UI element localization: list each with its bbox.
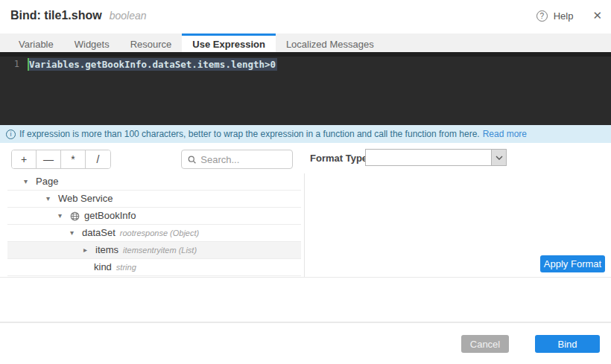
tree-node-web-service[interactable]: ▾ Web Service bbox=[7, 191, 301, 208]
tree-node-getbookinfo[interactable]: ▾ getBookInfo bbox=[7, 208, 301, 225]
format-type-select[interactable] bbox=[365, 149, 507, 166]
caret-down-icon[interactable]: ▾ bbox=[46, 191, 58, 207]
info-bar: i If expression is more than 100 charact… bbox=[0, 125, 611, 143]
page-title: Bind: tile1.show bbox=[10, 9, 102, 22]
search-icon bbox=[188, 155, 196, 165]
tab-bar: Variable Widgets Resource Use Expression… bbox=[0, 33, 611, 52]
line-number: 1 bbox=[0, 58, 19, 71]
tree-node-dataset[interactable]: ▾ dataSet rootresponse (Object) bbox=[7, 225, 301, 242]
operator-button-group: + — * / bbox=[11, 150, 111, 169]
tab-localized-messages[interactable]: Localized Messages bbox=[276, 33, 384, 52]
help-link[interactable]: Help bbox=[554, 10, 574, 22]
cancel-button[interactable]: Cancel bbox=[461, 335, 509, 353]
caret-right-icon[interactable]: ▸ bbox=[83, 242, 95, 258]
caret-down-icon[interactable]: ▾ bbox=[70, 225, 82, 241]
tree-node-kind[interactable]: kind string bbox=[7, 259, 301, 276]
info-icon: i bbox=[6, 130, 16, 139]
variable-tree: ▾ Page ▾ Web Service ▾ getBookInfo bbox=[7, 173, 301, 276]
tree-search-box bbox=[181, 150, 293, 169]
read-more-link[interactable]: Read more bbox=[483, 129, 527, 139]
multiply-operator-button[interactable]: * bbox=[61, 150, 86, 168]
expression-code[interactable]: Variables.getBookInfo.dataSet.items.leng… bbox=[28, 58, 277, 71]
tree-node-items[interactable]: ▸ items itemsentryitem (List) bbox=[7, 242, 301, 259]
apply-format-button[interactable]: Apply Format bbox=[540, 255, 605, 272]
tab-resource[interactable]: Resource bbox=[120, 33, 183, 52]
chevron-down-icon[interactable] bbox=[491, 150, 506, 165]
tab-use-expression[interactable]: Use Expression bbox=[182, 33, 276, 52]
tab-variable[interactable]: Variable bbox=[8, 33, 64, 52]
bind-button[interactable]: Bind bbox=[535, 335, 600, 353]
web-service-icon bbox=[70, 211, 80, 221]
minus-operator-button[interactable]: — bbox=[37, 150, 61, 168]
format-type-selected-value bbox=[366, 150, 491, 165]
bind-dialog: Bind: tile1.show boolean ? Help ✕ Variab… bbox=[0, 0, 611, 364]
bound-type-label: boolean bbox=[110, 10, 147, 22]
caret-down-icon[interactable]: ▾ bbox=[24, 173, 36, 190]
expression-editor[interactable]: 1 Variables.getBookInfo.dataSet.items.le… bbox=[0, 52, 611, 125]
caret-down-icon[interactable]: ▾ bbox=[58, 208, 70, 224]
search-input[interactable] bbox=[200, 154, 286, 165]
editor-line-1: 1 Variables.getBookInfo.dataSet.items.le… bbox=[0, 58, 611, 71]
selected-expression[interactable]: Variables.getBookInfo.dataSet.items.leng… bbox=[28, 58, 277, 71]
format-type-label: Format Type bbox=[310, 153, 367, 164]
section-divider bbox=[0, 277, 611, 278]
divide-operator-button[interactable]: / bbox=[86, 150, 110, 168]
tab-widgets[interactable]: Widgets bbox=[64, 33, 120, 52]
close-icon[interactable]: ✕ bbox=[592, 9, 602, 22]
info-message: If expression is more than 100 character… bbox=[19, 129, 480, 139]
dialog-header: Bind: tile1.show boolean ? Help ✕ bbox=[0, 0, 611, 33]
help-icon[interactable]: ? bbox=[536, 10, 548, 22]
footer-divider bbox=[0, 322, 611, 323]
editor-top-edge bbox=[0, 52, 611, 57]
tree-node-page[interactable]: ▾ Page bbox=[7, 173, 301, 191]
panel-divider bbox=[304, 173, 305, 277]
plus-operator-button[interactable]: + bbox=[12, 150, 37, 168]
